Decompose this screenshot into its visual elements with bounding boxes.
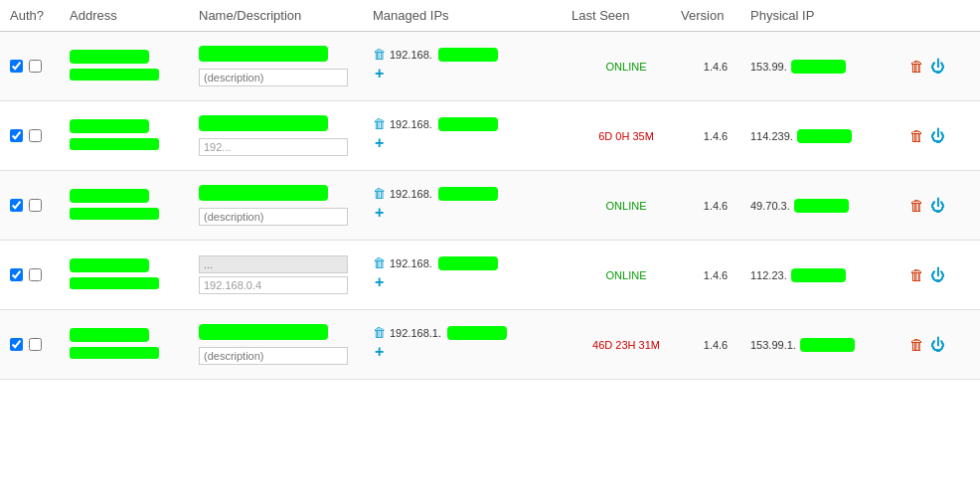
row3-managed-ip-prefix: 192.168. [390, 188, 432, 200]
row4-managed-ip-blob [438, 256, 498, 270]
row3-name-blob [199, 185, 328, 201]
row4-managed-trash[interactable]: 🗑 [373, 255, 386, 270]
header-physical: Physical IP [750, 8, 909, 23]
row1-add-ip[interactable]: + [375, 65, 384, 83]
row3-address-sub-blob [70, 208, 159, 220]
row1-desc-input[interactable] [199, 69, 348, 86]
header-version: Version [681, 8, 750, 23]
row5-lastseen: 46D 23H 31M [572, 338, 681, 352]
row5-delete-btn[interactable]: 🗑 [909, 336, 924, 353]
row4-power-btn[interactable]: ⏻ [930, 266, 945, 283]
row5-status: 46D 23H 31M [592, 339, 660, 351]
row5-address-blob [70, 328, 149, 342]
row2-add-ip[interactable]: + [375, 134, 384, 152]
row1-physical-prefix: 153.99. [750, 61, 787, 73]
row3-version: 1.4.6 [681, 200, 750, 212]
row4-checkbox[interactable] [10, 268, 23, 281]
row3-managed: 🗑 192.168. + [373, 186, 572, 225]
row5-managed-trash[interactable]: 🗑 [373, 325, 386, 340]
row3-physical-prefix: 49.70.3. [750, 200, 790, 212]
row2-physical: 114.239. [750, 129, 909, 143]
row4-name-input[interactable] [199, 255, 348, 273]
row4-add-ip[interactable]: + [375, 273, 384, 291]
row3-address [70, 189, 199, 222]
row1-status: ONLINE [606, 61, 647, 73]
row1-name-blob [199, 46, 328, 62]
row3-desc-input[interactable] [199, 208, 348, 226]
row1-checkbox[interactable] [10, 60, 23, 73]
row5-physical-prefix: 153.99.1. [750, 339, 796, 351]
row1-managed-ip-prefix: 192.168. [390, 49, 432, 61]
header-auth: Auth? [10, 8, 70, 23]
row2-status: 6D 0H 35M [598, 130, 654, 142]
row4-status: ONLINE [606, 269, 647, 281]
row3-status: ONLINE [606, 200, 647, 212]
row1-managed-trash[interactable]: 🗑 [373, 47, 386, 62]
row2-address-sub-blob [70, 138, 159, 150]
row1-address-blob [70, 50, 149, 64]
row5-address-sub-blob [70, 347, 159, 359]
row2-version: 1.4.6 [681, 130, 750, 142]
row3-power-btn[interactable]: ⏻ [930, 197, 945, 214]
row4-physical: 112.23. [750, 268, 909, 282]
row1-checkbox2[interactable] [29, 60, 42, 73]
row1-actions: 🗑 ⏻ [909, 58, 969, 75]
row4-physical-blob [791, 268, 846, 282]
row4-delete-btn[interactable]: 🗑 [909, 266, 924, 283]
row5-add-ip[interactable]: + [375, 343, 384, 361]
row4-checkbox2[interactable] [29, 268, 42, 281]
row3-lastseen: ONLINE [572, 199, 681, 213]
row2-checkbox[interactable] [10, 129, 23, 142]
row5-power-btn[interactable]: ⏻ [930, 336, 945, 353]
row1-version: 1.4.6 [681, 61, 750, 73]
row3-actions: 🗑 ⏻ [909, 197, 969, 214]
header-address: Address [70, 8, 199, 23]
row2-address-blob [70, 119, 149, 133]
row2-physical-blob [797, 129, 852, 143]
row1-managed: 🗑 192.168. + [373, 47, 572, 85]
row2-name-cell [199, 115, 373, 156]
row5-actions: 🗑 ⏻ [909, 336, 969, 353]
row5-desc-input[interactable] [199, 347, 348, 365]
row2-power-btn[interactable]: ⏻ [930, 127, 945, 144]
row2-managed-ip-blob [438, 117, 498, 131]
row4-address [70, 258, 199, 291]
row5-physical-blob [800, 338, 855, 352]
row2-checkbox2[interactable] [29, 129, 42, 142]
row4-desc-input[interactable] [199, 276, 348, 294]
row5-checkbox2[interactable] [29, 338, 42, 351]
row3-address-blob [70, 189, 149, 203]
row5-address [70, 328, 199, 361]
row2-managed-trash[interactable]: 🗑 [373, 116, 386, 131]
table-row: 🗑 192.168.1. + 46D 23H 31M 1.4.6 153.99.… [0, 310, 980, 380]
row3-managed-trash[interactable]: 🗑 [373, 186, 386, 201]
row5-checkbox[interactable] [10, 338, 23, 351]
row3-managed-ip-blob [438, 187, 498, 201]
row3-checkbox[interactable] [10, 199, 23, 212]
row5-managed-ip-prefix: 192.168.1. [390, 327, 441, 339]
row2-delete-btn[interactable]: 🗑 [909, 127, 924, 144]
row4-lastseen: ONLINE [572, 268, 681, 282]
table-row: 🗑 192.168. + ONLINE 1.4.6 49.70.3. 🗑 ⏻ [0, 171, 980, 241]
row4-name-cell [199, 255, 373, 294]
row1-address-sub-blob [70, 69, 159, 81]
row5-version: 1.4.6 [681, 339, 750, 351]
row1-delete-btn[interactable]: 🗑 [909, 58, 924, 75]
row2-lastseen: 6D 0H 35M [572, 129, 681, 143]
row5-physical: 153.99.1. [750, 338, 909, 352]
row1-name-cell [199, 46, 373, 86]
row1-power-btn[interactable]: ⏻ [930, 58, 945, 75]
row3-name-cell [199, 185, 373, 226]
row3-checkbox2[interactable] [29, 199, 42, 212]
row3-delete-btn[interactable]: 🗑 [909, 197, 924, 214]
row2-actions: 🗑 ⏻ [909, 127, 969, 144]
row3-physical-blob [794, 199, 849, 213]
row1-physical: 153.99. [750, 60, 909, 74]
row2-managed: 🗑 192.168. + [373, 116, 572, 155]
row5-name-cell [199, 324, 373, 365]
row4-managed-ip-prefix: 192.168. [390, 257, 432, 269]
row4-version: 1.4.6 [681, 269, 750, 281]
row3-add-ip[interactable]: + [375, 204, 384, 222]
row2-desc-input[interactable] [199, 138, 348, 156]
header-lastseen: Last Seen [572, 8, 681, 23]
